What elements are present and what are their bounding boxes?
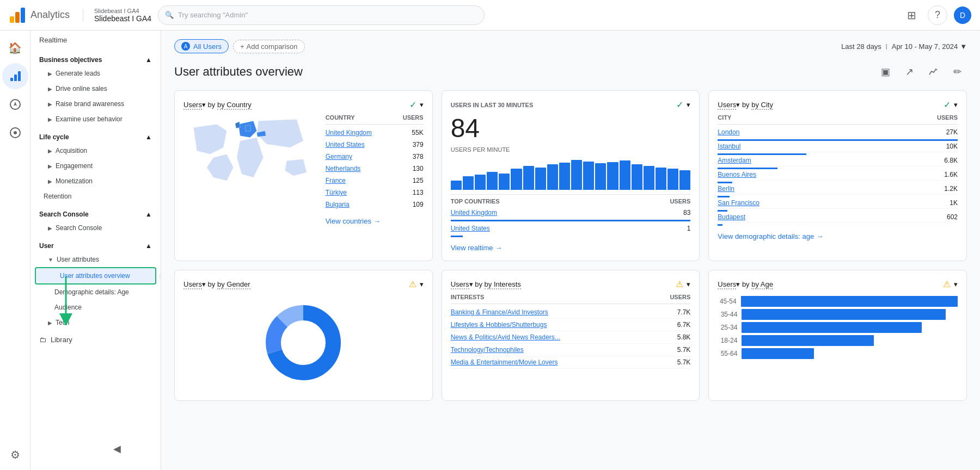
card-header-age: Users▾ by by Age ⚠ ▾: [718, 279, 958, 289]
nav-section-search-console[interactable]: Search Console ▲: [30, 204, 161, 220]
share-button[interactable]: ↗: [899, 62, 919, 82]
nav-section-user[interactable]: User ▲: [30, 236, 161, 252]
add-comparison-button[interactable]: + Add comparison: [233, 40, 305, 53]
city-dropdown-icon[interactable]: ▾: [954, 101, 958, 109]
table-row: United States379: [326, 139, 424, 151]
realtime-number: 84: [451, 114, 691, 143]
app-logo: Analytics: [9, 7, 72, 24]
nav-sidebar: Realtime Business objectives ▲ ▶ Generat…: [30, 30, 161, 470]
nav-item-tech[interactable]: ▶ Tech: [30, 315, 161, 330]
dropdown-icon[interactable]: ▾: [420, 101, 424, 109]
table-row: Türkiye113: [326, 187, 424, 199]
country-table: COUNTRY USERS United Kingdom55K United S…: [326, 114, 424, 225]
nav-section-business-objectives[interactable]: Business objectives ▲: [30, 50, 161, 66]
nav-collapse-button[interactable]: ◀: [109, 438, 125, 459]
nav-item-audience[interactable]: Audience: [30, 300, 161, 315]
nav-item-raise-brand-awareness[interactable]: ▶ Raise brand awareness: [30, 96, 161, 112]
table-row: United Kingdom55K: [326, 127, 424, 139]
nav-item-realtime[interactable]: Realtime: [30, 30, 161, 50]
nav-item-drive-online-sales[interactable]: ▶ Drive online sales: [30, 81, 161, 96]
help-button[interactable]: ?: [928, 5, 947, 25]
table-row: France125: [326, 175, 424, 187]
table-row: Germany378: [326, 151, 424, 163]
all-users-chip[interactable]: A All Users: [174, 39, 229, 53]
interest-row-3: News & Politics/Avid News Readers... 5.8…: [451, 331, 691, 344]
nav-item-engagement[interactable]: ▶ Engagement: [30, 158, 161, 174]
topbar-right: ⊞ ? D: [902, 5, 971, 25]
age-bar-45-54: [741, 296, 958, 307]
chevron-right-icon: ▶: [48, 71, 52, 77]
chevron-right-icon7: ▶: [48, 178, 52, 184]
gender-dropdown-icon[interactable]: ▾: [420, 280, 424, 288]
city-row-budapest: Budapest602: [718, 212, 958, 223]
search-bar[interactable]: 🔍 Try searching "Admin": [158, 5, 485, 25]
age-bar-chart: 45-54 35-44 25-34 18-24: [718, 296, 958, 359]
interests-dropdown-icon[interactable]: ▾: [687, 280, 690, 288]
sidebar-icon-advertising[interactable]: [2, 120, 28, 146]
budapest-bar: [718, 224, 722, 226]
view-realtime-link[interactable]: View realtime →: [451, 244, 691, 252]
card-actions-country: ✓ ▾: [409, 100, 424, 110]
nav-item-examine-user-behavior[interactable]: ▶ Examine user behavior: [30, 112, 161, 127]
chevron-right-icon6: ▶: [48, 163, 52, 169]
nav-item-demographic-details[interactable]: Demographic details: Age: [30, 285, 161, 300]
svg-point-8: [14, 131, 17, 134]
date-range-selector[interactable]: Last 28 days | Apr 10 - May 7, 2024 ▼: [841, 42, 967, 51]
nav-item-retention[interactable]: Retention: [30, 189, 161, 204]
chevron-right-icon2: ▶: [48, 86, 52, 92]
page-title: User attributes overview: [174, 65, 303, 79]
app-name: Analytics: [30, 9, 70, 21]
city-row-buenos-aires: Buenos Aires1.6K: [718, 169, 958, 181]
city-row-istanbul: Istanbul10K: [718, 141, 958, 152]
age-bar-25-34: [742, 322, 921, 333]
split-view-button[interactable]: ▣: [875, 62, 895, 82]
edit-button[interactable]: ✏: [947, 62, 967, 82]
sidebar-icon-home[interactable]: 🏠: [2, 35, 28, 61]
page-title-actions: ▣ ↗ ✏: [875, 62, 967, 82]
chevron-right-icon5: ▶: [48, 148, 52, 154]
topbar-divider: [83, 9, 83, 22]
green-arrow: [58, 276, 74, 327]
topbar: Analytics Slidebeast I GA4 Slidebeast I …: [0, 0, 980, 30]
card-actions-interests: ⚠ ▾: [676, 279, 690, 289]
card-users-by-country: Users▾ by by Country ✓ ▾: [174, 90, 433, 261]
card-users-by-city: Users▾ by by City ✓ ▾ CITY USERS London2…: [708, 90, 967, 261]
nav-item-library[interactable]: 🗀 Library: [30, 330, 161, 349]
apps-grid-button[interactable]: ⊞: [902, 5, 921, 25]
avatar[interactable]: D: [954, 7, 971, 24]
svg-rect-5: [18, 71, 21, 81]
chip-dot: A: [181, 42, 190, 51]
nav-item-user-attributes[interactable]: ▼ User attributes: [30, 252, 161, 267]
realtime-dropdown-icon[interactable]: ▾: [687, 101, 690, 109]
account-sub: Slidebeast I GA4: [94, 8, 151, 14]
nav-item-generate-leads[interactable]: ▶ Generate leads: [30, 66, 161, 81]
city-row-amsterdam: Amsterdam6.8K: [718, 155, 958, 166]
city-row-london: London27K: [718, 127, 958, 138]
age-row-35-44: 35-44: [718, 309, 958, 320]
nav-section-lifecycle[interactable]: Life cycle ▲: [30, 127, 161, 143]
top-countries-header: TOP COUNTRIES USERS: [451, 194, 691, 207]
age-warn-icon: ⚠: [943, 279, 951, 289]
sidebar-icon-reports[interactable]: [2, 63, 28, 89]
city-status-icon: ✓: [944, 100, 951, 110]
interest-row-4: Technology/Technophiles 5.7K: [451, 344, 691, 356]
card-users-by-interests: Users▾ by by Interests ⚠ ▾ INTERESTS USE…: [442, 270, 700, 401]
card-title-gender: Users▾ by by Gender: [183, 280, 250, 288]
country-table-header: COUNTRY USERS: [326, 114, 424, 125]
sidebar-icon-explore[interactable]: [2, 91, 28, 118]
icon-sidebar: 🏠 ⚙: [0, 30, 30, 470]
nav-item-search-console[interactable]: ▶ Search Console: [30, 220, 161, 236]
card-header-interests: Users▾ by by Interests ⚠ ▾: [451, 279, 691, 289]
users-per-minute-label: USERS PER MINUTE: [451, 146, 691, 153]
nav-item-acquisition[interactable]: ▶ Acquisition: [30, 143, 161, 158]
view-countries-link[interactable]: View countries →: [326, 217, 424, 225]
view-city-link[interactable]: View demographic details: age →: [718, 232, 958, 240]
nav-item-monetization[interactable]: ▶ Monetization: [30, 174, 161, 189]
chevron-down-icon: ▼: [48, 257, 53, 263]
nav-item-user-attributes-overview[interactable]: User attributes overview User attributes…: [35, 267, 156, 285]
chevron-down-icon2: ▼: [960, 42, 967, 51]
age-row-25-34: 25-34: [718, 322, 958, 333]
trend-button[interactable]: [923, 62, 943, 82]
sidebar-icon-settings[interactable]: ⚙: [10, 448, 20, 461]
age-dropdown-icon[interactable]: ▾: [954, 280, 958, 288]
